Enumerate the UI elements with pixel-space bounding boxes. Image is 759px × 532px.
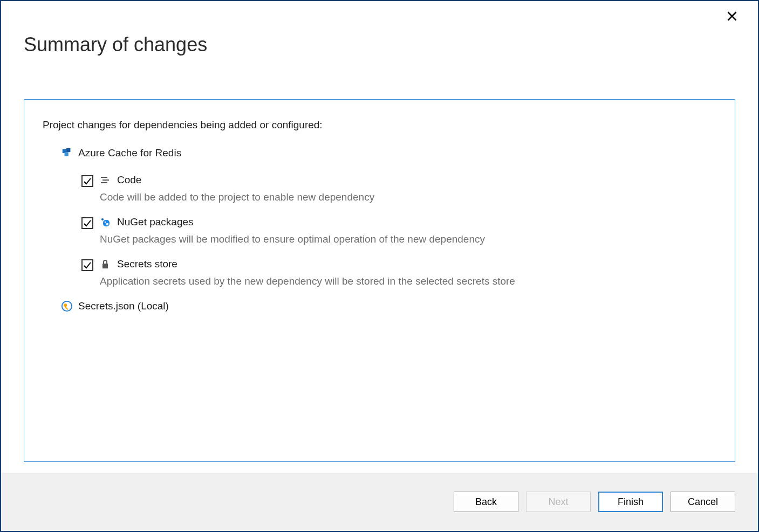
secrets-store-row: Secrets.json (Local) — [61, 300, 716, 312]
close-button[interactable] — [727, 11, 743, 27]
azure-redis-icon — [61, 147, 73, 159]
checkbox-code[interactable] — [81, 175, 93, 187]
lock-icon — [100, 259, 111, 270]
dependency-name: Azure Cache for Redis — [78, 147, 181, 159]
svg-point-14 — [64, 303, 67, 307]
svg-rect-9 — [103, 220, 110, 226]
svg-rect-5 — [101, 177, 107, 178]
svg-rect-12 — [102, 264, 108, 268]
button-bar: Back Next Finish Cancel — [1, 473, 758, 531]
svg-rect-3 — [66, 148, 70, 152]
next-button: Next — [526, 492, 591, 512]
svg-point-10 — [105, 222, 106, 223]
key-icon — [61, 300, 73, 312]
nuget-icon — [100, 217, 111, 227]
content-area: Summary of changes Project changes for d… — [1, 1, 758, 473]
changes-panel: Project changes for dependencies being a… — [24, 99, 735, 462]
change-item-description: Code will be added to the project to ena… — [100, 191, 374, 203]
intro-text: Project changes for dependencies being a… — [43, 119, 716, 131]
svg-rect-4 — [64, 152, 68, 156]
svg-rect-7 — [101, 182, 107, 183]
cancel-button[interactable]: Cancel — [671, 492, 735, 512]
change-item-description: Application secrets used by the new depe… — [100, 275, 515, 287]
change-item-description: NuGet packages will be modified to ensur… — [100, 233, 485, 245]
checkbox-nuget[interactable] — [81, 217, 93, 229]
change-item-code: Code Code will be added to the project t… — [81, 174, 716, 203]
svg-point-13 — [62, 301, 72, 311]
code-icon — [100, 175, 111, 185]
dependency-row: Azure Cache for Redis — [61, 147, 716, 159]
change-item-label: Code — [117, 174, 141, 186]
finish-button[interactable]: Finish — [598, 492, 663, 512]
svg-point-8 — [101, 218, 104, 220]
change-item-label: Secrets store — [117, 258, 177, 270]
checkbox-secrets[interactable] — [81, 259, 93, 271]
secrets-store-label: Secrets.json (Local) — [78, 300, 169, 312]
dialog-window: Summary of changes Project changes for d… — [0, 0, 759, 532]
change-item-nuget: NuGet packages NuGet packages will be mo… — [81, 216, 716, 245]
change-item-secrets: Secrets store Application secrets used b… — [81, 258, 716, 287]
back-button[interactable]: Back — [454, 492, 518, 512]
close-icon — [727, 11, 737, 22]
svg-rect-6 — [102, 179, 109, 181]
svg-point-11 — [106, 223, 108, 225]
page-title: Summary of changes — [24, 33, 735, 56]
change-item-label: NuGet packages — [117, 216, 194, 228]
